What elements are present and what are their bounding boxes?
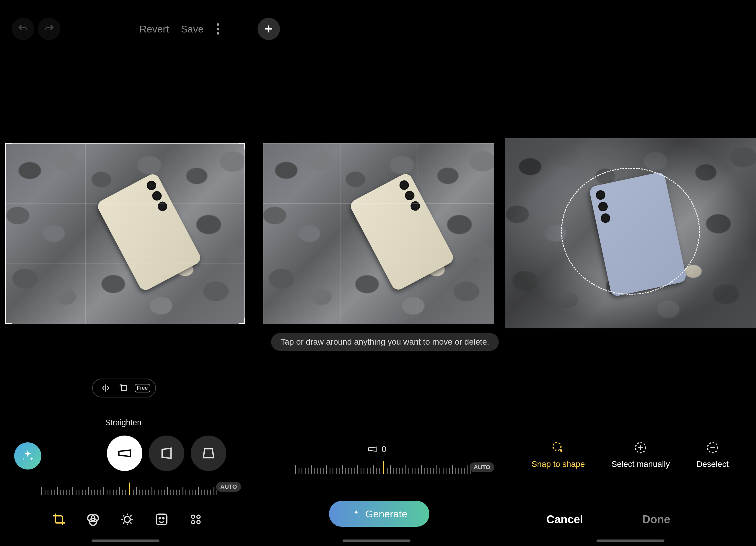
snap-to-shape-button[interactable]: Snap to shape (532, 441, 585, 469)
flip-horizontal-icon[interactable] (101, 383, 110, 393)
select-manually-icon (634, 441, 647, 454)
aspect-ratio-free[interactable]: Free (138, 383, 147, 393)
svg-point-6 (159, 518, 161, 519)
svg-point-11 (197, 521, 200, 524)
phone-subject (348, 172, 456, 292)
svg-rect-0 (121, 385, 127, 391)
add-button[interactable] (258, 18, 280, 40)
auto-rotation-button[interactable]: AUTO (470, 462, 494, 472)
crop-handle-br[interactable] (239, 318, 245, 324)
rotate-icon[interactable] (119, 383, 129, 393)
deselect-icon (706, 441, 719, 454)
svg-point-4 (124, 516, 130, 522)
edit-preview-select[interactable] (505, 138, 756, 328)
camera-cluster (145, 179, 170, 215)
perspective-icon (367, 444, 377, 454)
perspective-horizontal-mode[interactable] (149, 436, 184, 471)
home-indicator[interactable] (343, 540, 410, 542)
undo-button[interactable] (12, 18, 34, 40)
straighten-slider[interactable] (41, 483, 217, 495)
crop-handle-tr[interactable] (239, 143, 245, 149)
ai-enhance-button[interactable] (14, 442, 41, 470)
svg-point-13 (560, 449, 562, 452)
crop-tool[interactable] (51, 512, 66, 527)
stickers-tool[interactable] (154, 512, 169, 527)
edit-preview-generative[interactable] (263, 143, 494, 324)
perspective-vertical-mode[interactable] (191, 436, 226, 471)
deselect-button[interactable]: Deselect (696, 441, 729, 469)
crop-handle-bl[interactable] (5, 318, 12, 324)
more-menu-button[interactable] (211, 23, 224, 35)
camera-cluster (398, 179, 423, 214)
lasso-selection[interactable] (561, 168, 700, 295)
svg-point-10 (191, 521, 195, 524)
select-manually-button[interactable]: Select manually (612, 441, 670, 469)
adjust-tool[interactable] (120, 512, 135, 527)
svg-point-8 (191, 515, 195, 518)
redo-button[interactable] (38, 18, 60, 40)
straighten-mode[interactable] (107, 436, 142, 471)
hint-tooltip: Tap or draw around anything you want to … (271, 333, 499, 351)
svg-point-7 (163, 518, 164, 519)
phone-subject (96, 172, 203, 292)
svg-point-9 (197, 515, 200, 518)
home-indicator[interactable] (92, 540, 159, 542)
edit-preview-crop[interactable] (5, 143, 245, 324)
save-button[interactable]: Save (177, 23, 208, 35)
rotation-value: 0 (367, 444, 387, 454)
rotation-slider[interactable] (295, 461, 471, 474)
cancel-button[interactable]: Cancel (546, 513, 583, 526)
snap-to-shape-icon (551, 441, 565, 454)
done-button[interactable]: Done (642, 513, 670, 526)
more-tools[interactable] (188, 512, 203, 527)
home-indicator[interactable] (597, 540, 664, 542)
crop-handle-tl[interactable] (5, 143, 12, 149)
sparkle-icon (351, 509, 361, 519)
filters-tool[interactable] (86, 512, 100, 527)
generate-button[interactable]: Generate (329, 501, 429, 527)
svg-point-12 (553, 443, 561, 451)
revert-button[interactable]: Revert (135, 23, 173, 35)
svg-rect-5 (156, 514, 167, 525)
transform-mode-label: Straighten (105, 418, 141, 427)
crop-options-pill: Free (92, 379, 156, 397)
auto-straighten-button[interactable]: AUTO (216, 482, 241, 492)
